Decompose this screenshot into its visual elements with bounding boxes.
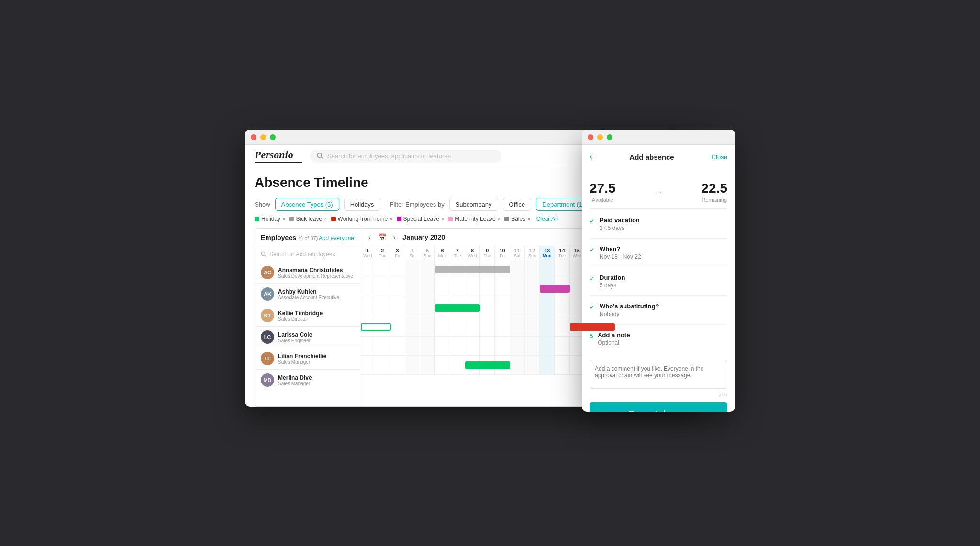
calendar-prev-button[interactable]: ‹	[366, 232, 373, 242]
global-search-placeholder: Search for employees, applicants or feat…	[327, 153, 451, 160]
tag-remove-special[interactable]: ×	[441, 216, 444, 222]
request-absence-button[interactable]: Request absence	[590, 402, 727, 412]
absence-bar-holiday[interactable]	[435, 304, 480, 312]
office-filter[interactable]: Office	[503, 198, 532, 211]
employee-items: AC Annamaria Christofides Sales Developm…	[255, 262, 360, 406]
cal-day-header: 6Mon	[435, 246, 450, 260]
tag-special: Special Leave ×	[397, 216, 445, 222]
cal-cell	[435, 279, 450, 298]
detail-num-5: 5	[590, 332, 593, 339]
cal-cell-today	[540, 317, 555, 336]
cal-cell	[510, 317, 525, 336]
cal-cell	[450, 356, 465, 374]
employee-name: Ashby Kuhlen	[278, 288, 354, 295]
cal-cell	[555, 356, 569, 374]
tag-remove-sales[interactable]: ×	[527, 216, 530, 222]
char-count: 250	[590, 392, 727, 397]
cal-cell	[450, 279, 465, 298]
panel-back-button[interactable]: ‹	[590, 153, 592, 161]
tag-label-sick: Sick leave	[296, 216, 322, 222]
calendar-next-button[interactable]: ›	[391, 232, 398, 242]
tag-sales: Sales ×	[504, 216, 530, 222]
cal-cell	[555, 337, 569, 355]
cal-cell	[405, 337, 420, 355]
cal-cell	[360, 356, 375, 374]
absence-bar-wfh-red[interactable]	[570, 323, 615, 331]
cal-cell	[555, 260, 569, 279]
clear-all-button[interactable]: Clear All	[536, 216, 558, 222]
show-label: Show	[255, 201, 270, 208]
employee-name: Annamaria Christofides	[278, 267, 354, 273]
window-dot-green[interactable]	[270, 134, 276, 140]
cal-cell	[405, 317, 420, 336]
employee-list: Employees (6 of 37) Add everyone	[255, 229, 360, 406]
absence-bar-sick[interactable]	[435, 266, 510, 273]
cal-cell-today	[540, 260, 555, 279]
absence-bar-merlina-holiday[interactable]	[465, 361, 510, 369]
employee-list-title: Employees	[261, 234, 296, 241]
tag-label-holiday: Holiday	[261, 216, 280, 222]
employee-item: MD Merlina Dive Sales Manager	[255, 370, 360, 391]
avatar: LF	[261, 352, 274, 365]
absence-bar-maternity[interactable]	[540, 285, 570, 293]
employee-name: Lilian Franchiellie	[278, 353, 354, 360]
employee-name: Kellie Timbridge	[278, 310, 354, 317]
cal-cell	[555, 298, 569, 317]
tag-remove-wfh[interactable]: ×	[390, 216, 392, 222]
avatar: AK	[261, 287, 274, 301]
note-textarea[interactable]	[590, 360, 727, 389]
tag-sick: Sick leave ×	[289, 216, 327, 222]
cal-cell	[480, 317, 495, 336]
employee-search-input[interactable]	[269, 251, 354, 258]
tag-remove-maternity[interactable]: ×	[498, 216, 501, 222]
panel-dot-yellow[interactable]	[597, 134, 603, 140]
cal-day-header: 11Sat	[510, 246, 525, 260]
cal-cell	[465, 279, 480, 298]
absence-types-filter[interactable]: Absence Types (5)	[275, 198, 339, 211]
global-search-bar[interactable]: Search for employees, applicants or feat…	[310, 150, 501, 163]
employee-item: KT Kellie Timbridge Sales Director	[255, 305, 360, 327]
cal-cell	[525, 298, 540, 317]
cal-cell	[375, 356, 390, 374]
cal-cell	[390, 260, 405, 279]
cal-day-header: 9Thu	[480, 246, 495, 260]
employee-item: LC Larissa Cole Sales Engineer	[255, 327, 360, 348]
cal-cell	[465, 337, 480, 355]
avatar: MD	[261, 373, 274, 387]
tag-maternity: Maternity Leave ×	[448, 216, 501, 222]
tag-remove-sick[interactable]: ×	[324, 216, 327, 222]
cal-cell	[390, 337, 405, 355]
cal-day-header: 14Tue	[555, 246, 569, 260]
employee-search-icon	[261, 251, 267, 257]
cal-cell	[390, 356, 405, 374]
cal-day-header: 12Sun	[525, 246, 540, 260]
balance-row: 27.5 Available → 22.5 Remaining	[590, 175, 727, 209]
svg-line-3	[265, 255, 266, 257]
check-icon-3: ✓	[590, 275, 595, 282]
cal-cell	[360, 279, 375, 298]
panel-close-button[interactable]: Close	[712, 153, 727, 161]
cal-cell	[390, 279, 405, 298]
search-icon	[317, 153, 323, 159]
balance-available-num: 27.5	[590, 181, 616, 196]
panel-dot-red[interactable]	[588, 134, 593, 140]
detail-substituting: ✓ Who's substituting? Nobody	[590, 303, 727, 325]
window-dot-red[interactable]	[251, 134, 256, 140]
add-everyone-button[interactable]: Add everyone	[319, 235, 354, 241]
cal-day-header: 2Thu	[375, 246, 390, 260]
subcompany-filter[interactable]: Subcompany	[449, 198, 498, 211]
avatar: AC	[261, 266, 274, 279]
balance-remaining-label: Remaining	[702, 197, 728, 203]
panel-dot-green[interactable]	[607, 134, 612, 140]
month-label: January 2020	[402, 233, 445, 241]
holidays-filter[interactable]: Holidays	[344, 198, 380, 211]
avatar: KT	[261, 309, 274, 322]
calendar-icon[interactable]: 📅	[378, 233, 386, 241]
cal-cell	[480, 298, 495, 317]
window-dot-yellow[interactable]	[260, 134, 266, 140]
cal-cell	[405, 298, 420, 317]
balance-available-label: Available	[590, 197, 616, 203]
panel-content: ‹ Add absence Close 27.5 Available → 22.…	[582, 145, 735, 412]
tag-remove-holiday[interactable]: ×	[282, 216, 285, 222]
panel-title: Add absence	[629, 153, 674, 161]
